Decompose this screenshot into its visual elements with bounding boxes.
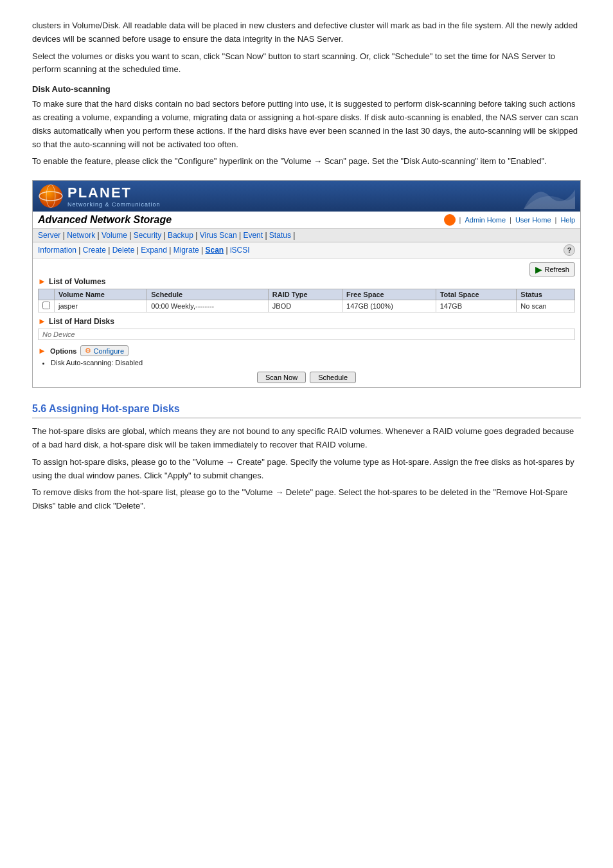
col-total-space: Total Space bbox=[436, 289, 517, 300]
hard-disks-table: No Device bbox=[38, 329, 575, 340]
menu-volume[interactable]: Volume bbox=[102, 231, 127, 240]
scan-now-button[interactable]: Scan Now bbox=[257, 372, 306, 383]
status-icon bbox=[444, 214, 456, 226]
planet-logo: PLANET Networking & Communication bbox=[38, 183, 161, 209]
col-free-space: Free Space bbox=[342, 289, 436, 300]
menu-network[interactable]: Network bbox=[67, 231, 95, 240]
options-title: ► Options ⚙ Configure bbox=[38, 345, 575, 356]
volume-total-space: 147GB bbox=[436, 300, 517, 312]
options-list: Disk Auto-scanning: Disabled bbox=[51, 359, 575, 366]
row-checkbox-cell[interactable] bbox=[39, 300, 55, 312]
volumes-table-header: Volume Name Schedule RAID Type Free Spac… bbox=[39, 289, 575, 300]
nas-nav-links: | Admin Home | User Home | Help bbox=[444, 214, 575, 226]
section-56-para-2: To assign hot-spare disks, please go to … bbox=[32, 456, 581, 483]
volume-raid-type: JBOD bbox=[268, 300, 342, 312]
nas-menu-bar: Server | Network | Volume | Security | B… bbox=[33, 229, 580, 242]
disk-autoscanning-option-value: Disabled bbox=[115, 359, 143, 366]
section-56-para-3: To remove disks from the hot-spare list,… bbox=[32, 486, 581, 513]
menu-server[interactable]: Server bbox=[38, 231, 60, 240]
col-volume-name: Volume Name bbox=[55, 289, 147, 300]
submenu-expand[interactable]: Expand bbox=[141, 246, 167, 255]
intro-paragraph-2: Select the volumes or disks you want to … bbox=[32, 50, 581, 77]
refresh-button[interactable]: ▶ Refresh bbox=[529, 262, 575, 276]
menu-status[interactable]: Status bbox=[269, 231, 291, 240]
disk-autoscanning-heading: Disk Auto-scanning bbox=[32, 84, 581, 94]
disk-auto-para-1: To make sure that the hard disks contain… bbox=[32, 98, 581, 151]
col-schedule: Schedule bbox=[147, 289, 269, 300]
header-decoration bbox=[524, 183, 575, 209]
menu-virusscan[interactable]: Virus Scan bbox=[200, 231, 237, 240]
options-label: Options bbox=[50, 347, 77, 355]
volumes-table: Volume Name Schedule RAID Type Free Spac… bbox=[38, 289, 575, 312]
menu-security[interactable]: Security bbox=[134, 231, 161, 240]
refresh-label: Refresh bbox=[544, 266, 569, 273]
submenu-information[interactable]: Information bbox=[38, 246, 76, 255]
no-device-row: No Device bbox=[39, 329, 575, 340]
table-row: jasper 00:00 Weekly,-------- JBOD 147GB … bbox=[39, 300, 575, 312]
configure-gear-icon: ⚙ bbox=[85, 347, 91, 355]
help-icon[interactable]: ? bbox=[564, 244, 575, 256]
nas-header: PLANET Networking & Communication bbox=[33, 181, 580, 212]
volumes-arrow-icon: ► bbox=[38, 276, 46, 286]
submenu-create[interactable]: Create bbox=[83, 246, 106, 255]
planet-logo-icon bbox=[38, 183, 64, 209]
list-of-volumes-section: ► List of Volumes bbox=[38, 276, 575, 286]
section-56-title: 5.6 Assigning Hot-spare Disks bbox=[32, 403, 581, 415]
disk-auto-para-2: To enable the feature, please click the … bbox=[32, 155, 581, 168]
volume-status: No scan bbox=[517, 300, 575, 312]
logo-sub: Networking & Communication bbox=[67, 201, 161, 208]
submenu-iscsi[interactable]: iSCSI bbox=[230, 246, 250, 255]
nas-ui-container: PLANET Networking & Communication Advanc… bbox=[32, 180, 581, 388]
volume-schedule: 00:00 Weekly,-------- bbox=[147, 300, 269, 312]
submenu-migrate[interactable]: Migrate bbox=[173, 246, 199, 255]
nas-title-bar: Advanced Network Storage | Admin Home | … bbox=[33, 212, 580, 229]
list-of-hard-disks-section: ► List of Hard Disks bbox=[38, 316, 575, 326]
configure-label: Configure bbox=[93, 347, 124, 355]
volume-free-space: 147GB (100%) bbox=[342, 300, 436, 312]
logo-text: PLANET bbox=[67, 185, 132, 201]
section-56-heading: 5.6 Assigning Hot-spare Disks bbox=[32, 403, 581, 419]
submenu-delete[interactable]: Delete bbox=[112, 246, 135, 255]
volume-name: jasper bbox=[55, 300, 147, 312]
nas-title: Advanced Network Storage bbox=[38, 214, 172, 226]
volume-checkbox[interactable] bbox=[42, 302, 50, 309]
svg-point-0 bbox=[39, 185, 62, 208]
options-arrow-icon: ► bbox=[38, 346, 46, 356]
col-checkbox bbox=[39, 289, 55, 300]
nas-sub-menu-bar: Information | Create | Delete | Expand |… bbox=[33, 242, 580, 258]
hard-disks-arrow-icon: ► bbox=[38, 316, 46, 326]
no-device-label: No Device bbox=[39, 329, 575, 340]
col-status: Status bbox=[517, 289, 575, 300]
help-link[interactable]: Help bbox=[560, 216, 575, 224]
intro-paragraph-1: clusters in Volume/Disk. All readable da… bbox=[32, 19, 581, 46]
section-56-para-1: The hot-spare disks are global, which me… bbox=[32, 425, 581, 452]
list-of-hard-disks-label: List of Hard Disks bbox=[49, 317, 114, 326]
options-section: ► Options ⚙ Configure Disk Auto-scanning… bbox=[38, 345, 575, 366]
admin-home-link[interactable]: Admin Home bbox=[465, 216, 506, 224]
submenu-scan[interactable]: Scan bbox=[205, 246, 224, 255]
user-home-link[interactable]: User Home bbox=[515, 216, 551, 224]
col-raid-type: RAID Type bbox=[268, 289, 342, 300]
disk-autoscanning-option: Disk Auto-scanning: Disabled bbox=[51, 359, 575, 366]
menu-backup[interactable]: Backup bbox=[168, 231, 193, 240]
nas-body: ▶ Refresh ► List of Volumes Volume Name … bbox=[33, 258, 580, 387]
disk-autoscanning-option-label: Disk Auto-scanning: bbox=[51, 359, 113, 366]
nas-sub-menu-items: Information | Create | Delete | Expand |… bbox=[38, 246, 250, 255]
schedule-button[interactable]: Schedule bbox=[310, 372, 356, 383]
list-of-volumes-label: List of Volumes bbox=[49, 277, 105, 286]
buttons-row: Scan Now Schedule bbox=[38, 372, 575, 383]
menu-event[interactable]: Event bbox=[243, 231, 263, 240]
refresh-icon: ▶ bbox=[535, 264, 542, 275]
configure-button[interactable]: ⚙ Configure bbox=[80, 345, 129, 356]
